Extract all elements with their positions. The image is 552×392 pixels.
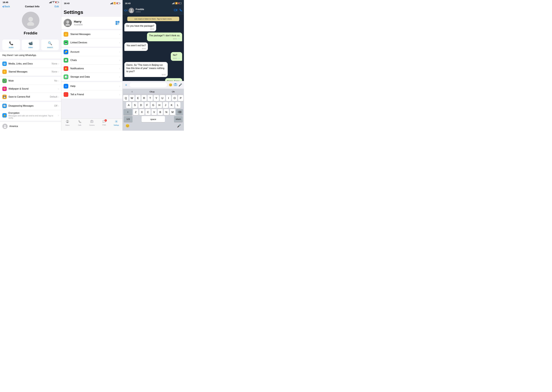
key-h[interactable]: H	[157, 102, 162, 108]
signal-icon	[49, 1, 52, 3]
key-i[interactable]: I	[166, 95, 171, 101]
key-d[interactable]: D	[138, 102, 144, 108]
qr-code-button[interactable]	[115, 20, 120, 26]
microphone-icon[interactable]: 🎤	[179, 83, 182, 87]
key-v[interactable]: V	[151, 109, 157, 115]
key-e[interactable]: E	[136, 95, 141, 101]
message-input[interactable]	[129, 82, 167, 87]
key-y[interactable]: Y	[154, 95, 159, 101]
sticker-icon[interactable]: 😊	[169, 83, 172, 87]
video-call-button[interactable]	[174, 9, 177, 12]
key-j[interactable]: J	[163, 102, 168, 108]
message-1: Do you have the package? 18:41	[124, 23, 156, 31]
nav-bar-1: Back Contact Info Edit	[0, 4, 61, 9]
wallpaper-item[interactable]: 🎨 Wallpaper & Sound ›	[0, 85, 61, 93]
status-bar-3: 18:43 📶	[123, 0, 184, 7]
profile-avatar	[64, 19, 72, 27]
disappearing-messages-item[interactable]: 🔄 Disappearing Messages Off ›	[0, 102, 61, 110]
key-u[interactable]: U	[160, 95, 165, 101]
edit-button[interactable]: Edit	[55, 5, 59, 8]
bottom-contact-item[interactable]: America	[0, 122, 61, 131]
chevron-icon: ›	[119, 51, 120, 53]
key-g[interactable]: G	[151, 102, 156, 108]
starred-messages-setting[interactable]: ⭐ Starred Messages ›	[61, 30, 122, 39]
key-x[interactable]: X	[139, 109, 144, 115]
storage-setting[interactable]: 📊 Storage and Data ›	[61, 73, 122, 81]
audio-call-button[interactable]: 📞 audio	[2, 40, 20, 50]
key-q[interactable]: Q	[123, 95, 129, 101]
camera-icon[interactable]	[174, 83, 177, 87]
suggestion-2[interactable]: Okay	[150, 91, 155, 93]
profile-card[interactable]: Harry Available	[61, 17, 122, 29]
chevron-icon: ›	[119, 42, 120, 44]
key-o[interactable]: O	[172, 95, 177, 101]
tab-calls[interactable]: Calls	[74, 120, 86, 126]
audio-call-button[interactable]	[179, 9, 182, 12]
wallpaper-icon: 🎨	[2, 87, 7, 91]
camera-roll-item[interactable]: 💾 Save to Camera Roll Default ›	[0, 93, 61, 101]
key-t[interactable]: T	[148, 95, 153, 101]
numbers-key[interactable]: 123	[124, 116, 133, 122]
calls-tab-icon	[78, 120, 81, 124]
chats-setting[interactable]: 💬 Chats ›	[61, 56, 122, 64]
svg-point-0	[28, 17, 33, 21]
key-l[interactable]: L	[175, 102, 180, 108]
notifications-setting[interactable]: 🔔 Notifications ›	[61, 64, 122, 73]
svg-point-17	[67, 121, 68, 121]
key-a[interactable]: A	[126, 102, 131, 108]
key-k[interactable]: K	[169, 102, 174, 108]
page-title: Contact Info	[25, 5, 39, 8]
message-time: 18:42	[173, 57, 177, 59]
keyboard-row-1: Q W E R T Y U I O P	[123, 95, 183, 101]
chat-profile[interactable]: Freddie online	[129, 8, 174, 13]
dictation-button[interactable]: 🎤	[176, 123, 182, 129]
chevron-icon: ›	[119, 67, 120, 70]
star-icon: ⭐	[2, 70, 7, 74]
key-b[interactable]: B	[158, 109, 163, 115]
space-key[interactable]: space	[142, 116, 165, 122]
tab-chats[interactable]: 3 Chats	[98, 120, 110, 126]
message-text: Do you have the package?	[126, 25, 154, 27]
back-button[interactable]: Back	[2, 5, 10, 8]
key-s[interactable]: S	[132, 102, 137, 108]
return-key[interactable]: return	[174, 116, 183, 122]
signal-icon	[172, 2, 175, 4]
key-w[interactable]: W	[129, 95, 135, 101]
mute-icon: 🔊	[2, 79, 7, 83]
starred-messages-item[interactable]: ⭐ Starred Messages None ›	[0, 68, 61, 76]
key-r[interactable]: R	[141, 95, 147, 101]
shift-key[interactable]: ⇧	[123, 109, 132, 115]
key-n[interactable]: N	[164, 109, 169, 115]
wallpaper-label: Wallpaper & Sound	[8, 87, 58, 90]
key-c[interactable]: C	[145, 109, 151, 115]
mute-item[interactable]: 🔊 Mute No ›	[0, 77, 61, 85]
tab-bar: Status Calls Camera 3 Chats Settings	[61, 119, 122, 131]
video-call-button[interactable]: 📹 video	[22, 40, 39, 50]
emoji-button[interactable]: 😊	[124, 123, 131, 129]
avatar	[22, 12, 39, 29]
tab-settings[interactable]: Settings	[110, 120, 122, 126]
tell-friend-setting[interactable]: ❤️ Tell a Friend ›	[61, 91, 122, 98]
linked-devices-setting[interactable]: 💻 Linked Devices ›	[61, 39, 122, 47]
status-bar-2: 18:43 📶	[61, 0, 122, 7]
backspace-key[interactable]: ⌫	[176, 109, 183, 115]
add-attachment-button[interactable]: ＋	[124, 83, 128, 87]
encryption-item[interactable]: 🔒 Encryption Messages and calls are end-…	[0, 110, 61, 121]
search-button[interactable]: 🔍 search	[41, 40, 59, 50]
media-label: Media, Links, and Docs	[8, 63, 52, 65]
signal-icon	[110, 2, 113, 4]
media-links-item[interactable]: 🖼 Media, Links, and Docs None ›	[0, 60, 61, 68]
suggestion-1[interactable]: I	[132, 91, 132, 93]
svg-rect-14	[118, 24, 118, 24]
key-f[interactable]: F	[144, 102, 150, 108]
back-button[interactable]: 4	[124, 9, 127, 12]
key-z[interactable]: Z	[133, 109, 138, 115]
tab-camera[interactable]: Camera	[86, 120, 98, 126]
account-setting[interactable]: 🔑 Account ›	[61, 48, 122, 56]
tab-status[interactable]: Status	[61, 120, 74, 126]
key-m[interactable]: M	[170, 109, 175, 115]
help-icon: ℹ	[64, 84, 68, 89]
key-p[interactable]: P	[178, 95, 183, 101]
suggestion-3[interactable]: Oh	[172, 91, 175, 93]
help-setting[interactable]: ℹ Help ›	[61, 82, 122, 91]
